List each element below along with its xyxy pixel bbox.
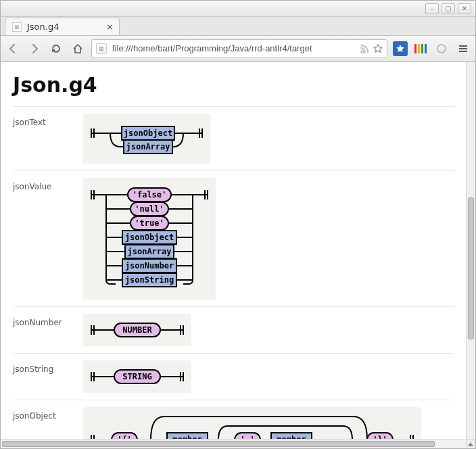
- home-button[interactable]: [70, 41, 86, 57]
- rule-label: jsonValue: [13, 178, 83, 191]
- menu-button[interactable]: [455, 41, 471, 57]
- svg-text:jsonString: jsonString: [125, 275, 174, 285]
- rule-label: jsonString: [13, 360, 83, 374]
- diagram-jsonString: STRING: [83, 360, 191, 393]
- svg-point-1: [37, 48, 38, 49]
- scrollbar-thumb[interactable]: [2, 441, 435, 447]
- diagram-jsonValue: 'false' 'null' 'true' jsonObject jsonArr…: [83, 178, 216, 300]
- rule-jsonText: jsonText jsonObject jsonArray: [13, 106, 454, 170]
- rule-jsonValue: jsonValue: [13, 170, 454, 306]
- rule-jsonObject: jsonObject '{' member: [13, 400, 454, 439]
- extension-star-button[interactable]: [393, 41, 408, 56]
- svg-text:jsonNumber: jsonNumber: [125, 261, 174, 270]
- window-minimize-button[interactable]: –: [425, 3, 439, 14]
- browser-toolbar: 🗎: [1, 36, 475, 62]
- svg-text:STRING: STRING: [122, 372, 151, 381]
- window-maximize-button[interactable]: ▢: [442, 3, 455, 14]
- rule-label: jsonNumber: [13, 314, 83, 327]
- extension-colors-button[interactable]: [413, 41, 428, 56]
- file-icon: 🗎: [12, 22, 22, 32]
- rule-jsonString: jsonString STRING: [13, 353, 454, 400]
- svg-text:NUMBER: NUMBER: [122, 325, 152, 335]
- svg-text:'false': 'false': [133, 190, 167, 199]
- diagram-jsonObject: '{' member ',': [83, 407, 421, 439]
- svg-text:jsonObject: jsonObject: [124, 128, 172, 138]
- nav-forward-button[interactable]: [26, 41, 43, 57]
- vertical-scrollbar[interactable]: [466, 62, 475, 439]
- rule-label: jsonText: [13, 114, 83, 127]
- svg-text:jsonArray: jsonArray: [127, 247, 171, 256]
- page-content: Json.g4 jsonText jsonObject jsonArray: [1, 62, 466, 439]
- tab-strip: 🗎 Json.g4 ×: [1, 17, 475, 36]
- reload-button[interactable]: [48, 41, 64, 57]
- url-bar[interactable]: 🗎: [91, 39, 387, 58]
- bookmark-star-icon[interactable]: [373, 44, 383, 53]
- url-input[interactable]: [111, 43, 356, 54]
- svg-point-2: [437, 45, 446, 53]
- svg-text:'true': 'true': [135, 218, 164, 228]
- diagram-jsonText: jsonObject jsonArray: [83, 114, 210, 164]
- window-close-button[interactable]: ✕: [458, 3, 471, 14]
- extension-circle-button[interactable]: [433, 41, 450, 57]
- svg-text:'null': 'null': [135, 204, 164, 214]
- protocol-icon: 🗎: [96, 43, 107, 54]
- scroll-corner: [466, 439, 475, 448]
- rule-jsonNumber: jsonNumber NUMBER: [13, 306, 454, 353]
- browser-window: – ▢ ✕ 🗎 Json.g4 × 🗎: [0, 0, 476, 449]
- tab-json-g4[interactable]: 🗎 Json.g4 ×: [5, 18, 120, 35]
- nav-back-button[interactable]: [5, 41, 21, 57]
- horizontal-scrollbar[interactable]: [1, 439, 466, 448]
- tab-title: Json.g4: [27, 22, 59, 32]
- svg-text:jsonArray: jsonArray: [126, 142, 170, 151]
- svg-text:jsonObject: jsonObject: [125, 233, 174, 242]
- rss-icon[interactable]: [360, 44, 369, 53]
- tab-close-icon[interactable]: ×: [106, 22, 114, 32]
- rule-label: jsonObject: [13, 407, 83, 421]
- window-titlebar: – ▢ ✕: [1, 1, 475, 17]
- svg-point-0: [9, 48, 11, 49]
- scrollbar-thumb[interactable]: [468, 197, 474, 339]
- page-title: Json.g4: [13, 73, 454, 97]
- diagram-jsonNumber: NUMBER: [83, 314, 191, 346]
